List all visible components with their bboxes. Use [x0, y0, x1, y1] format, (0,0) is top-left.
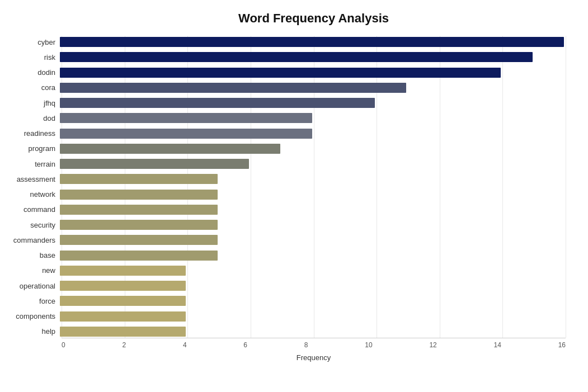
bar-row: program	[62, 143, 566, 155]
bar-fill	[60, 281, 186, 291]
x-tick: 0	[62, 341, 65, 349]
bar-label: command	[1, 205, 60, 214]
bar-row: assessment	[62, 173, 566, 185]
bar-row: readiness	[62, 127, 566, 140]
bar-row: operational	[62, 280, 566, 292]
bar-label: cora	[1, 83, 60, 92]
bar-row: security	[62, 219, 566, 231]
bar-label: commanders	[1, 236, 60, 244]
bar-label: program	[1, 144, 60, 153]
bar-fill	[60, 83, 406, 93]
bar-label: dodin	[1, 68, 60, 77]
bar-row: components	[62, 310, 566, 323]
bar-fill	[60, 311, 186, 322]
bar-label: assessment	[1, 175, 60, 183]
bar-fill	[60, 98, 375, 108]
bar-row: dodin	[62, 67, 566, 79]
chart-title: Word Frequency Analysis	[62, 11, 566, 26]
bars-section: cyberriskdodincorajfhqdodreadinessprogra…	[62, 36, 566, 338]
x-axis-label: Frequency	[62, 353, 566, 362]
bar-fill	[60, 174, 218, 184]
bar-fill	[60, 37, 564, 47]
bar-fill	[60, 235, 218, 245]
bar-label: security	[1, 221, 60, 229]
bar-label: readiness	[1, 129, 60, 138]
bar-fill	[60, 159, 249, 169]
bar-fill	[60, 190, 218, 200]
bar-row: base	[62, 249, 566, 262]
chart-container: Word Frequency Analysis cyberriskdodinco…	[0, 0, 588, 392]
bar-row: terrain	[62, 158, 566, 170]
bar-fill	[60, 266, 186, 276]
bar-label: dod	[1, 114, 60, 122]
bar-fill	[60, 327, 186, 337]
bar-label: cyber	[1, 38, 60, 46]
bar-label: base	[1, 251, 60, 259]
chart-area: cyberriskdodincorajfhqdodreadinessprogra…	[62, 36, 566, 366]
x-tick: 2	[122, 341, 126, 349]
bar-label: risk	[1, 53, 60, 62]
bar-row: risk	[62, 51, 566, 63]
bar-row: cyber	[62, 36, 566, 48]
bar-row: force	[62, 295, 566, 307]
bar-fill	[60, 129, 312, 139]
bar-row: commanders	[62, 234, 566, 246]
bar-label: operational	[1, 282, 60, 290]
bar-fill	[60, 220, 218, 230]
bar-label: jfhq	[1, 99, 60, 107]
bar-row: help	[62, 325, 566, 338]
bar-label: network	[1, 190, 60, 199]
x-axis: 0246810121416 Frequency	[62, 338, 566, 366]
x-tick: 4	[183, 341, 187, 349]
bar-row: command	[62, 204, 566, 216]
bar-row: new	[62, 265, 566, 277]
bar-fill	[60, 251, 218, 261]
bar-fill	[60, 296, 186, 306]
bar-label: new	[1, 266, 60, 275]
bar-row: jfhq	[62, 97, 566, 109]
bar-label: force	[1, 297, 60, 305]
grid-line	[566, 36, 566, 338]
bar-fill	[60, 144, 280, 154]
x-tick: 16	[558, 341, 566, 349]
bar-fill	[60, 205, 218, 215]
x-tick: 8	[304, 341, 308, 349]
bar-row: network	[62, 188, 566, 201]
bar-label: terrain	[1, 160, 60, 168]
bar-row: cora	[62, 82, 566, 94]
bar-label: components	[1, 312, 60, 320]
x-tick: 14	[494, 341, 501, 349]
bar-fill	[60, 68, 501, 78]
x-ticks: 0246810121416	[62, 338, 566, 349]
bar-row: dod	[62, 112, 566, 124]
x-tick: 12	[429, 341, 436, 349]
bar-fill	[60, 113, 312, 123]
x-tick: 10	[365, 341, 372, 349]
bar-label: help	[1, 327, 60, 336]
x-tick: 6	[243, 341, 247, 349]
bar-fill	[60, 52, 533, 62]
